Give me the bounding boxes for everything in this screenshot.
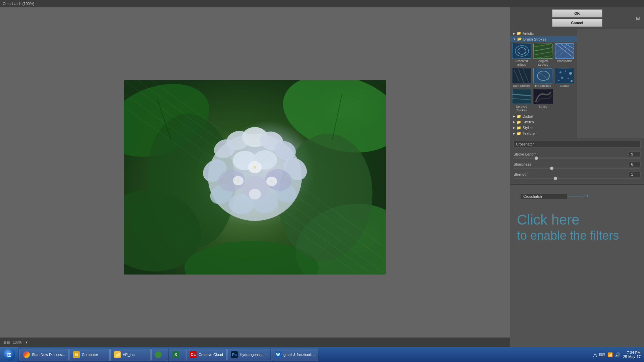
strength-value[interactable] <box>629 172 641 177</box>
artistic-folder-icon: 📁 <box>517 31 521 36</box>
svg-rect-70 <box>513 89 531 104</box>
svg-point-31 <box>237 180 239 182</box>
click-overlay[interactable]: ——→ Crosshatch Click here to enable the … <box>510 185 644 347</box>
accented-edges-label: Accented Edges <box>512 59 532 67</box>
time-display: 7:34 PM <box>623 351 641 355</box>
dark-strokes-preview <box>512 68 531 83</box>
bottom-toolbar: ⊞ ⊡ 100% ▼ <box>0 338 510 347</box>
distort-folder-icon: 📁 <box>517 114 521 119</box>
start-button[interactable]: ⊞ <box>0 347 18 362</box>
svg-point-64 <box>565 70 566 72</box>
strength-label-row: Strength <box>514 172 641 177</box>
distort-label: Distort <box>523 114 533 118</box>
taskbar-photoshop[interactable]: Ps Hydrangeas.jp... <box>227 349 270 361</box>
title-bar: Crosshatch (100%) <box>0 0 644 7</box>
crosshatch-name-label: Crosshatch <box>520 193 567 199</box>
stylize-label: Stylize <box>523 126 533 130</box>
zoom-level: 100% <box>13 341 22 344</box>
ps-icon: Ps <box>231 351 238 358</box>
cancel-button[interactable]: Cancel <box>552 19 602 27</box>
filter-thumb-sprayed-strokes[interactable]: Sprayed Strokes <box>512 89 532 112</box>
taskbar-creative-cloud[interactable]: Cc Creative Cloud <box>186 349 227 361</box>
chrome-icon <box>23 351 30 358</box>
view-controls[interactable]: ⊞ ⊡ <box>3 341 10 344</box>
date-display: 25-May-17 <box>623 355 641 359</box>
filter-thumb-angled-strokes[interactable]: Angled Strokes <box>533 43 553 67</box>
crosshatch-label: Crosshatch <box>557 59 572 63</box>
brush-strokes-folder-icon: 📂 <box>517 37 522 41</box>
distort-arrow: ▶ <box>513 115 515 118</box>
texture-category[interactable]: ▶ 📁 Texture <box>510 131 577 136</box>
click-instruction-line2: to enable the filters <box>517 228 619 243</box>
canvas-area: ⊞ ⊡ 100% ▼ <box>0 7 510 347</box>
crosshatch-preview <box>555 43 574 59</box>
distort-category[interactable]: ▶ 📁 Distort <box>510 114 577 119</box>
right-panel: OK Cancel ⊞ ▶ 📁 Artistic ▼ 📂 Brush Strok… <box>510 7 644 347</box>
green-app-icon <box>155 351 162 358</box>
sumie-svg <box>534 89 552 104</box>
sharpness-param: Sharpness <box>514 162 641 169</box>
ps-label: Hydrangeas.jp... <box>240 353 267 357</box>
stylize-arrow: ▶ <box>513 126 515 129</box>
taskbar-right: △ ⌨ 📶 🔊 7:34 PM 25-May-17 <box>590 351 644 359</box>
stroke-length-param: Stroke Length <box>514 152 641 159</box>
strength-slider[interactable] <box>514 178 641 179</box>
angled-strokes-label: Angled Strokes <box>533 59 553 67</box>
click-instruction-line1: Click here <box>517 212 619 228</box>
sharpness-label-row: Sharpness <box>514 162 641 167</box>
filter-thumb-dark-strokes[interactable]: Dark Strokes <box>512 68 532 88</box>
taskbar-items-list: Start New Discuss... 🖥 Computer 📁 AP_inc… <box>18 347 590 362</box>
sharpness-value[interactable] <box>629 162 641 167</box>
lower-section: Crosshatch Stroke Length Sharpness <box>510 138 644 347</box>
notification-icon[interactable]: △ <box>593 352 597 358</box>
taskbar-excel[interactable]: X <box>169 349 185 361</box>
strength-param: Strength <box>514 172 641 179</box>
brush-strokes-arrow: ▼ <box>513 38 516 41</box>
sharpness-slider[interactable] <box>514 168 641 169</box>
clock[interactable]: 7:34 PM 25-May-17 <box>623 351 641 359</box>
ink-outlines-preview <box>533 68 553 83</box>
artistic-category[interactable]: ▶ 📁 Artistic <box>510 31 577 36</box>
stroke-length-slider[interactable] <box>514 158 641 159</box>
strength-label: Strength <box>514 172 528 176</box>
expand-button[interactable]: ⊞ <box>635 15 641 21</box>
svg-point-65 <box>569 72 572 75</box>
ps-icon-glyph: Ps <box>232 353 236 357</box>
filter-thumb-crosshatch[interactable]: Crosshatch <box>554 43 575 67</box>
explorer-icon-glyph: 🖥 <box>74 352 79 357</box>
taskbar-folder[interactable]: 📁 AP_inc <box>110 349 151 361</box>
stroke-length-value[interactable] <box>629 152 641 157</box>
brush-strokes-header[interactable]: ▼ 📂 Brush Strokes <box>510 36 577 42</box>
volume-icon[interactable]: 🔊 <box>615 352 620 357</box>
word-icon: W <box>275 351 281 358</box>
taskbar-word[interactable]: W gmail & facebook... <box>271 349 319 361</box>
accented-edges-preview <box>512 43 531 59</box>
dark-strokes-svg <box>513 68 531 83</box>
zoom-dropdown[interactable]: ▼ <box>25 341 28 344</box>
taskbar: ⊞ Start New Discuss... 🖥 Computer 📁 AP_i… <box>0 347 644 362</box>
svg-point-29 <box>249 189 261 199</box>
filter-thumb-accented-edges[interactable]: Accented Edges <box>512 43 532 67</box>
filter-thumb-sumie[interactable]: Sumie <box>533 89 553 112</box>
ok-button[interactable]: OK <box>552 9 602 17</box>
ink-outlines-svg <box>534 68 552 83</box>
buttons-row: OK Cancel ⊞ <box>510 7 644 29</box>
taskbar-green-app[interactable] <box>151 349 168 361</box>
filter-dropdown[interactable]: Crosshatch <box>514 141 641 147</box>
sketch-folder-icon: 📁 <box>517 120 521 124</box>
right-arrow-icon: ——→ <box>569 191 589 200</box>
filter-settings-panel: Crosshatch Stroke Length Sharpness <box>510 138 644 185</box>
stylize-category[interactable]: ▶ 📁 Stylize <box>510 125 577 131</box>
stroke-length-thumb[interactable] <box>535 157 538 160</box>
filter-thumb-spatter[interactable]: Spatter <box>554 68 575 88</box>
spatter-svg <box>555 68 574 83</box>
sharpness-thumb[interactable] <box>550 167 553 170</box>
sketch-category[interactable]: ▶ 📁 Sketch <box>510 119 577 125</box>
taskbar-chrome[interactable]: Start New Discuss... <box>19 349 69 361</box>
filter-thumb-ink-outlines[interactable]: Ink Outlines <box>533 68 553 88</box>
excel-icon-glyph: X <box>174 352 177 357</box>
angled-strokes-svg <box>534 44 552 58</box>
folder-icon-glyph: 📁 <box>115 352 120 357</box>
strength-thumb[interactable] <box>554 177 557 180</box>
taskbar-explorer[interactable]: 🖥 Computer <box>69 349 110 361</box>
